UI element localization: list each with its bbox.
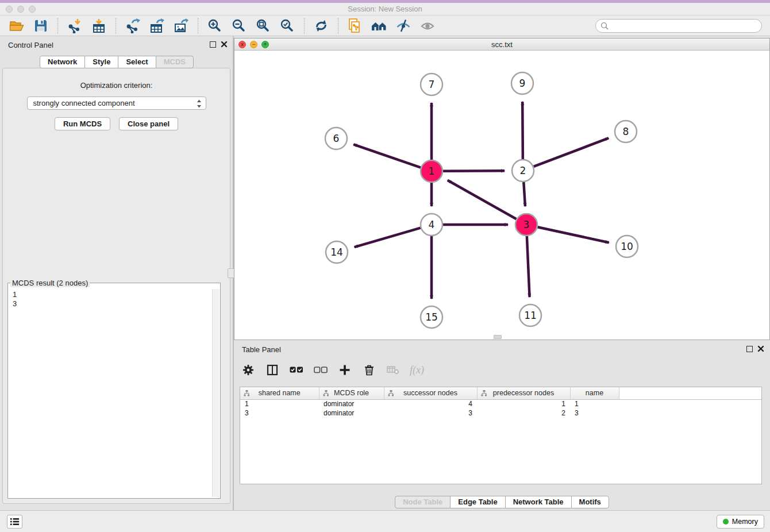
edge-3-1[interactable] xyxy=(448,180,517,219)
edge-3-10[interactable] xyxy=(538,227,609,242)
tab-style[interactable]: Style xyxy=(84,56,118,68)
export-table-icon xyxy=(149,18,164,33)
create-column-button[interactable] xyxy=(337,363,352,377)
column-header-shared-name[interactable]: shared name xyxy=(240,387,319,399)
column-header-name[interactable]: name xyxy=(570,387,619,399)
tab-select[interactable]: Select xyxy=(118,56,156,68)
graph-node-8[interactable]: 8 xyxy=(615,121,637,142)
table-cell[interactable]: 3 xyxy=(570,408,619,418)
canvas-splitter-handle[interactable] xyxy=(494,335,502,339)
clear-column-selection-button[interactable] xyxy=(313,363,328,377)
optimization-criterion-label: Optimization criterion: xyxy=(3,81,230,90)
status-bar: Memory xyxy=(0,510,770,532)
graph-node-6[interactable]: 6 xyxy=(325,128,347,149)
select-all-columns-button[interactable] xyxy=(289,363,304,377)
graph-node-4[interactable]: 4 xyxy=(421,214,442,236)
graph-node-14[interactable]: 14 xyxy=(326,241,348,263)
table-settings-button[interactable] xyxy=(241,363,256,377)
graph-node-15[interactable]: 15 xyxy=(421,306,442,328)
export-network-button[interactable] xyxy=(124,17,141,34)
table-cell[interactable]: 4 xyxy=(384,399,477,408)
edge-2-9[interactable] xyxy=(522,102,523,159)
optimization-select[interactable]: strongly connected component xyxy=(27,97,206,110)
gear-icon xyxy=(242,364,254,376)
edge-1-6[interactable] xyxy=(353,144,421,167)
zoom-fit-button[interactable] xyxy=(255,17,272,34)
new-network-from-selection-button[interactable] xyxy=(346,17,364,34)
export-image-button[interactable] xyxy=(172,17,190,34)
import-table-button[interactable] xyxy=(90,17,107,34)
mcds-result-list: 13 xyxy=(9,289,211,497)
import-network-button[interactable] xyxy=(66,17,83,34)
result-scrollbar[interactable] xyxy=(212,289,220,497)
eye-icon xyxy=(420,18,435,33)
tab-mcds[interactable]: MCDS xyxy=(156,56,194,68)
table-cell[interactable]: dominator xyxy=(319,408,384,418)
graph-node-9[interactable]: 9 xyxy=(511,72,533,94)
network-canvas[interactable]: 7968124314101511 xyxy=(234,51,769,340)
table-cell[interactable]: 1 xyxy=(570,399,619,408)
tab-network-table[interactable]: Network Table xyxy=(505,496,572,508)
show-all-button[interactable] xyxy=(419,17,436,34)
graph-node-10[interactable]: 10 xyxy=(616,236,638,257)
column-header-MCDS-role[interactable]: MCDS role xyxy=(319,387,384,399)
first-neighbors-button[interactable] xyxy=(371,17,388,34)
graph-node-3[interactable]: 3 xyxy=(515,214,537,236)
table-cell[interactable]: 1 xyxy=(240,399,319,408)
network-graph[interactable]: 7968124314101511 xyxy=(234,51,769,340)
edge-2-3[interactable] xyxy=(523,182,525,206)
export-table-button[interactable] xyxy=(148,17,165,34)
delete-column-button[interactable] xyxy=(361,363,376,377)
close-panel-button[interactable]: Close panel xyxy=(119,117,178,130)
zoom-in-button[interactable] xyxy=(206,17,224,34)
import-table-icon xyxy=(91,18,106,33)
export-network-icon xyxy=(125,18,140,33)
table-cell[interactable]: 3 xyxy=(384,408,477,418)
open-session-button[interactable] xyxy=(8,17,25,34)
run-mcds-button[interactable]: Run MCDS xyxy=(55,117,110,130)
mcds-panel: Optimization criterion: strongly connect… xyxy=(2,68,230,504)
table-row[interactable]: 3dominator323 xyxy=(240,408,761,418)
column-header-predecessor-nodes[interactable]: predecessor nodes xyxy=(477,387,570,399)
column-header-successor-nodes[interactable]: successor nodes xyxy=(384,387,477,399)
memory-button[interactable]: Memory xyxy=(717,515,764,529)
tab-network[interactable]: Network xyxy=(40,56,85,68)
edge-4-14[interactable] xyxy=(355,228,421,247)
window-title: Session: New Session xyxy=(0,5,770,13)
tab-edge-table[interactable]: Edge Table xyxy=(450,496,505,508)
table-cell[interactable]: 1 xyxy=(477,399,570,408)
edge-2-8[interactable] xyxy=(534,138,609,167)
save-session-button[interactable] xyxy=(32,17,49,34)
task-history-button[interactable] xyxy=(7,515,22,529)
table-row[interactable]: 1dominator411 xyxy=(240,399,761,408)
table-cell[interactable]: 3 xyxy=(240,408,319,418)
mcds-result-title: MCDS result (2 nodes) xyxy=(10,279,90,287)
column-header-filler xyxy=(619,387,761,399)
tab-node-table[interactable]: Node Table xyxy=(395,496,451,508)
import-network-icon xyxy=(67,18,82,33)
node-label: 2 xyxy=(520,165,526,176)
graph-node-11[interactable]: 11 xyxy=(519,304,541,326)
zoom-selected-button[interactable] xyxy=(279,17,296,34)
graph-node-7[interactable]: 7 xyxy=(421,74,442,95)
search-input[interactable] xyxy=(595,19,762,33)
float-panel-icon[interactable] xyxy=(210,41,216,48)
refresh-button[interactable] xyxy=(313,17,330,34)
hierarchy-icon xyxy=(481,390,487,396)
zoom-out-button[interactable] xyxy=(230,17,248,34)
open-folder-icon xyxy=(9,18,24,33)
hide-selected-button[interactable] xyxy=(395,17,412,34)
show-columns-button[interactable] xyxy=(265,363,280,377)
table-cell[interactable]: dominator xyxy=(319,399,384,408)
edge-3-11[interactable] xyxy=(527,236,530,297)
close-panel-icon[interactable] xyxy=(221,41,228,48)
checked-boxes-icon xyxy=(290,367,303,373)
table-cell[interactable]: 2 xyxy=(477,408,570,418)
close-table-panel-icon[interactable] xyxy=(757,345,764,352)
edge-1-2[interactable] xyxy=(443,171,505,171)
graph-node-1[interactable]: 1 xyxy=(421,160,442,182)
float-table-panel-icon[interactable] xyxy=(746,346,753,352)
node-table[interactable]: shared nameMCDS rolesuccessor nodesprede… xyxy=(240,387,761,418)
graph-node-2[interactable]: 2 xyxy=(512,160,534,182)
tab-motifs[interactable]: Motifs xyxy=(571,496,609,508)
